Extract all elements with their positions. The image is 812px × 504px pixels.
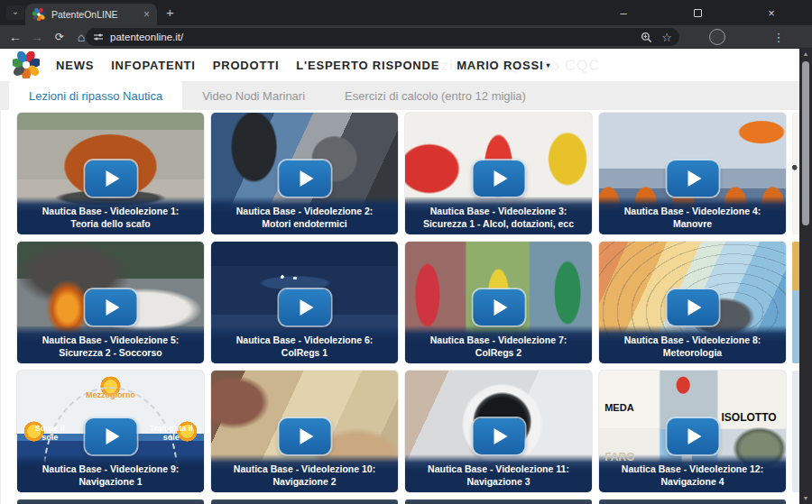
caption-line1: Nautica Base - Videolezione 9:: [20, 463, 201, 475]
site-favicon: [32, 8, 45, 21]
caption-line1: Nautica Base - Videolezione 2:: [214, 205, 395, 217]
video-card[interactable]: SIDANautica Base - Videolezione 10:Navig…: [211, 371, 398, 492]
scrollbar-thumb[interactable]: [802, 61, 809, 225]
video-caption: Nautica Base - Videolezione 5:Sicurezza …: [17, 325, 204, 363]
video-grid: SIDANautica Base - Videolezione 1:Teoria…: [17, 113, 786, 492]
webpage: Lezioni di ripasso CQC NEWS INFOPATENTI …: [0, 49, 799, 504]
video-card[interactable]: SIDANautica Base - Videolezione 4:Manovr…: [599, 113, 786, 234]
video-caption: Nautica Base - Videolezione 2:Motori end…: [211, 197, 398, 234]
site-logo-icon[interactable]: [13, 51, 40, 78]
caption-line2: Manovre: [602, 217, 783, 230]
play-button[interactable]: [279, 160, 330, 197]
tab-content: SIDANautica Base - Videolezione 1:Teoria…: [0, 110, 799, 504]
video-card[interactable]: SIDANautica Base - Videolezione 6:ColReg…: [211, 242, 398, 363]
new-tab-button[interactable]: +: [166, 5, 174, 20]
scroll-up-icon[interactable]: ▲: [799, 49, 812, 60]
partial-video-card: [792, 371, 799, 492]
caption-line2: Navigazione 2: [214, 475, 395, 488]
play-button[interactable]: [667, 160, 718, 197]
play-button[interactable]: [473, 289, 524, 325]
video-caption: Nautica Base - Videolezione 3:Sicurezza …: [405, 197, 592, 234]
close-tab-icon[interactable]: ×: [143, 8, 150, 21]
tab-list-chevron-icon[interactable]: ⌄: [6, 5, 24, 20]
browser-menu-icon[interactable]: ⋮: [770, 25, 787, 49]
video-caption: Nautica Base - Videolezione 1:Teoria del…: [17, 197, 204, 234]
chevron-down-icon: ▾: [546, 61, 550, 69]
play-button[interactable]: [473, 418, 524, 454]
play-button[interactable]: [667, 289, 718, 325]
video-card[interactable]: SIDANautica Base - Videolezione 11:Navig…: [405, 371, 592, 492]
play-button[interactable]: [85, 418, 136, 454]
zoom-icon[interactable]: [641, 32, 652, 43]
caption-line2: Navigazione 1: [20, 475, 201, 488]
video-card[interactable]: SIDANautica Base - Videolezione 7:ColReg…: [405, 242, 592, 363]
browser-tab-strip: ⌄ PatenteOnLINE × + – ×: [0, 0, 812, 25]
thumbnail-label: ISOLOTTO: [722, 411, 777, 424]
caption-line2: Navigazione 3: [408, 475, 589, 488]
play-button[interactable]: [473, 160, 524, 197]
video-card[interactable]: SIDANautica Base - Videolezione 8:Meteor…: [599, 242, 786, 363]
video-caption: Nautica Base - Videolezione 9:Navigazion…: [17, 454, 204, 492]
url-text[interactable]: patenteonline.it/: [110, 32, 632, 42]
maximize-button[interactable]: [684, 0, 711, 25]
play-button[interactable]: [85, 160, 136, 197]
partial-video-card: [792, 113, 799, 234]
profile-avatar[interactable]: [709, 29, 725, 45]
caption-line2: Sicurezza 1 - Alcol, dotazioni, ecc: [408, 217, 589, 230]
browser-tab[interactable]: PatenteOnLINE ×: [25, 4, 157, 25]
video-card[interactable]: SIDANautica Base - Videolezione 1:Teoria…: [17, 113, 204, 234]
video-card[interactable]: MEDAISOLOTTOFAROSIDANautica Base - Video…: [599, 371, 786, 492]
caption-line2: Teoria dello scafo: [20, 217, 201, 230]
scroll-down-icon[interactable]: ▼: [799, 493, 812, 504]
video-caption: Nautica Base - Videolezione 7:ColRegs 2: [405, 325, 592, 363]
thumbnail-label: Sorge il sole: [26, 424, 73, 442]
nav-item-prodotti[interactable]: PRODOTTI: [213, 59, 280, 72]
bookmark-star-icon[interactable]: ☆: [661, 31, 672, 44]
partial-video-card: [792, 242, 799, 363]
lesson-tabs: Lezioni di ripasso Nautica Video Nodi Ma…: [0, 81, 799, 110]
minimize-button[interactable]: –: [610, 0, 637, 25]
caption-line1: Nautica Base - Videolezione 4:: [602, 205, 783, 217]
site-settings-icon[interactable]: [93, 32, 104, 42]
play-button[interactable]: [279, 289, 330, 325]
page-scrollbar[interactable]: ▲ ▼: [799, 49, 812, 504]
video-card[interactable]: SIDANautica Base - Videolezione 2:Motori…: [211, 113, 398, 234]
user-menu-dropdown[interactable]: MARIO ROSSI▾: [457, 59, 550, 72]
caption-line1: Nautica Base - Videolezione 10:: [214, 463, 395, 475]
reload-icon[interactable]: ⟳: [50, 25, 69, 49]
caption-line1: Nautica Base - Videolezione 1:: [20, 205, 201, 217]
caption-line2: Motori endotermici: [214, 217, 395, 230]
caption-line2: Navigazione 4: [602, 475, 783, 488]
caption-line2: ColRegs 1: [214, 346, 395, 359]
caption-line1: Nautica Base - Videolezione 12:: [602, 463, 783, 475]
back-icon[interactable]: ←: [5, 25, 25, 49]
caption-line1: Nautica Base - Videolezione 6:: [214, 334, 395, 346]
nav-item-infopatenti[interactable]: INFOPATENTI: [111, 59, 196, 72]
video-card[interactable]: SIDANautica Base - Videolezione 5:Sicure…: [17, 242, 204, 363]
thumbnail-label: Mezzogiorno: [86, 390, 135, 399]
play-button[interactable]: [85, 289, 136, 325]
video-card[interactable]: SIDANautica Base - Videolezione 3:Sicure…: [405, 113, 592, 234]
video-caption: Nautica Base - Videolezione 4:Manovre: [599, 197, 786, 234]
play-button[interactable]: [279, 418, 330, 454]
forward-icon[interactable]: →: [27, 25, 47, 49]
play-button[interactable]: [667, 418, 718, 454]
caption-line2: Meteorologia: [602, 346, 783, 359]
caption-line1: Nautica Base - Videolezione 7:: [408, 334, 589, 346]
caption-line2: Sicurezza 2 - Soccorso: [20, 346, 201, 359]
thumbnail-label: MEDA: [604, 402, 633, 413]
caption-line1: Nautica Base - Videolezione 11:: [408, 463, 589, 475]
caption-line1: Nautica Base - Videolezione 8:: [602, 334, 783, 346]
nav-item-news[interactable]: NEWS: [56, 59, 94, 72]
video-card[interactable]: MezzogiornoSorge il soleTramonta il sole…: [17, 371, 204, 492]
tab-esercizi-calcolo[interactable]: Esercizi di calcolo (entro 12 miglia): [325, 81, 546, 110]
site-header: Lezioni di ripasso CQC NEWS INFOPATENTI …: [0, 49, 799, 81]
nav-item-esperto[interactable]: L'ESPERTO RISPONDE: [296, 59, 439, 72]
video-caption: Nautica Base - Videolezione 11:Navigazio…: [405, 454, 592, 492]
tab-video-nodi[interactable]: Video Nodi Marinari: [182, 81, 325, 110]
close-window-button[interactable]: ×: [758, 0, 785, 25]
thumbnail-label: Tramonta il sole: [144, 424, 198, 442]
tab-lezioni-nautica[interactable]: Lezioni di ripasso Nautica: [9, 81, 182, 110]
user-menu-label: MARIO ROSSI: [457, 59, 543, 72]
address-bar[interactable]: patenteonline.it/ ☆: [86, 28, 679, 46]
